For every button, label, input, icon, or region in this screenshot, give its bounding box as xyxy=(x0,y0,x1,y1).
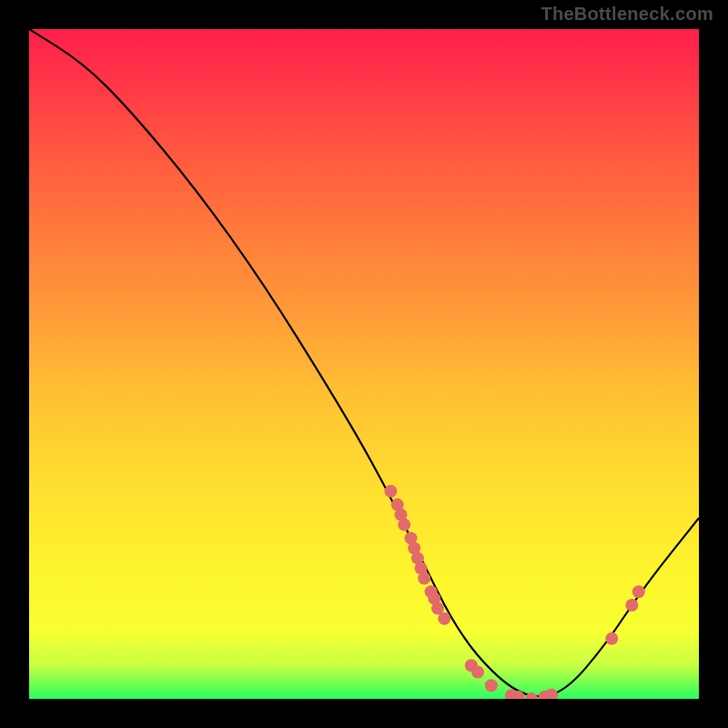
scatter-dot xyxy=(632,585,645,598)
scatter-dot xyxy=(525,693,538,699)
scatter-dots xyxy=(29,29,699,699)
watermark-text: TheBottleneck.com xyxy=(541,4,713,25)
scatter-dot xyxy=(471,666,484,679)
plot-area xyxy=(29,29,699,699)
scatter-dot xyxy=(605,632,618,645)
scatter-dot xyxy=(545,689,558,699)
scatter-dot xyxy=(438,612,450,625)
scatter-dot xyxy=(485,679,498,692)
scatter-dot xyxy=(384,485,397,498)
scatter-dot xyxy=(418,572,430,585)
scatter-dot xyxy=(625,599,638,612)
chart-container: TheBottleneck.com xyxy=(0,0,728,728)
scatter-dot xyxy=(398,519,410,531)
